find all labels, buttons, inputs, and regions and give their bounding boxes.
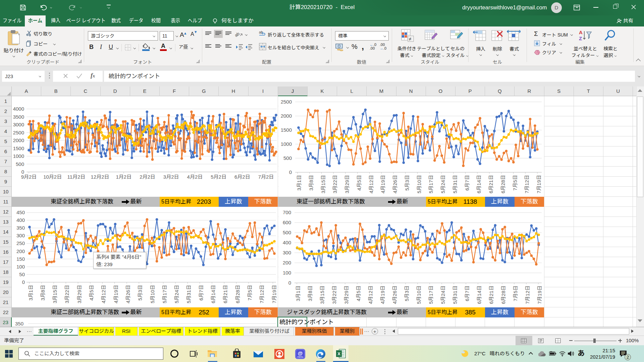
svg-text:3月1日: 3月1日 [28,285,34,301]
svg-text:≠: ≠ [409,36,412,42]
svg-text:0: 0 [22,279,25,285]
svg-text:3月29日: 3月29日 [76,285,82,303]
svg-text:3月22日: 3月22日 [332,175,338,193]
svg-text:4月12日: 4月12日 [368,286,373,304]
svg-text:7月19日: 7月19日 [271,285,277,303]
svg-text:5月24日: 5月24日 [440,175,446,193]
svg-text:1000: 1000 [281,141,292,147]
svg-text:7月12日: 7月12日 [525,286,530,304]
svg-text:6月14日: 6月14日 [210,285,216,303]
svg-text:100: 100 [16,264,25,269]
svg-text:450: 450 [16,209,25,215]
svg-text:ab: ab [235,31,240,38]
svg-text:4000: 4000 [13,106,24,112]
svg-text:5月31日: 5月31日 [452,175,458,193]
svg-text:6月14日: 6月14日 [476,175,482,193]
svg-text:200: 200 [16,248,25,254]
svg-text:5月17日: 5月17日 [428,175,434,193]
svg-text:4月12日: 4月12日 [368,175,374,193]
svg-text:6月28日: 6月28日 [500,286,506,304]
svg-text:A: A [579,29,583,35]
svg-text:400: 400 [16,217,25,223]
svg-text:6月14日: 6月14日 [476,286,482,304]
svg-text:5月10日: 5月10日 [416,175,422,193]
svg-text:400: 400 [283,240,291,245]
svg-text:4月19日: 4月19日 [380,286,385,304]
svg-text:5月31日: 5月31日 [186,285,192,303]
svg-text:3500: 3500 [13,114,24,120]
svg-text:5月2日: 5月2日 [211,174,226,180]
svg-text:500: 500 [283,155,292,161]
svg-text:5月10日: 5月10日 [150,285,155,303]
svg-text:7月5日: 7月5日 [512,175,518,191]
svg-text:100: 100 [283,270,291,276]
svg-text:4月26日: 4月26日 [125,285,131,303]
svg-text:3月15日: 3月15日 [52,285,58,303]
svg-text:3月8日: 3月8日 [40,285,46,301]
svg-text:3月1日: 3月1日 [296,175,302,191]
svg-text:3月29日: 3月29日 [344,175,350,193]
svg-text:2500: 2500 [281,99,292,105]
svg-text:4月2日: 4月2日 [187,174,203,180]
svg-text:5月17日: 5月17日 [428,286,434,304]
svg-text:1000: 1000 [13,153,24,159]
svg-text:6月7日: 6月7日 [464,175,470,191]
svg-text:5月3日: 5月3日 [404,286,410,301]
svg-text:2000: 2000 [281,113,292,119]
svg-text:9月2日: 9月2日 [21,174,37,180]
svg-text:6月21日: 6月21日 [222,285,228,303]
svg-text:X: X [337,351,340,356]
svg-text:500: 500 [283,230,291,235]
svg-text:3000: 3000 [13,122,24,127]
svg-text:700: 700 [283,209,291,215]
svg-text:6月28日: 6月28日 [500,175,506,193]
svg-text:1月2日: 1月2日 [116,174,131,180]
svg-text:7月12日: 7月12日 [524,175,530,193]
svg-text:5月3日: 5月3日 [137,285,143,301]
svg-text:menu: menu [297,356,303,358]
svg-text:7月5日: 7月5日 [513,286,518,301]
svg-text:5月24日: 5月24日 [440,286,446,304]
svg-text:10月2日: 10月2日 [43,174,62,180]
svg-text:7月2日: 7月2日 [258,174,274,180]
svg-text:3月8日: 3月8日 [307,286,313,301]
svg-text:50: 50 [19,272,25,277]
svg-text:600: 600 [283,220,291,225]
svg-text:3月15日: 3月15日 [319,286,325,304]
svg-text:6月21日: 6月21日 [488,175,494,193]
svg-text:7月19日: 7月19日 [536,175,542,193]
svg-text:3月8日: 3月8日 [308,175,314,191]
svg-text:2000: 2000 [13,137,24,143]
svg-text:2月2日: 2月2日 [140,174,155,180]
svg-text:300: 300 [16,233,25,238]
svg-text:5月10日: 5月10日 [416,286,422,304]
svg-text:4月5日: 4月5日 [356,175,362,191]
svg-text:4月19日: 4月19日 [113,285,119,303]
svg-text:11月2日: 11月2日 [67,174,85,180]
svg-text:0: 0 [288,280,291,286]
svg-text:6月2日: 6月2日 [234,174,250,180]
svg-text:3月29日: 3月29日 [343,286,349,304]
svg-text:12月2日: 12月2日 [91,174,109,180]
svg-text:500: 500 [16,161,24,167]
svg-text:3月2日: 3月2日 [163,174,179,180]
svg-text:4月5日: 4月5日 [89,285,94,301]
svg-text:3月22日: 3月22日 [64,285,70,303]
svg-text:5月31日: 5月31日 [452,286,458,304]
svg-text:4月26日: 4月26日 [392,175,398,193]
svg-text:350: 350 [16,225,25,231]
svg-text:150: 150 [16,256,25,262]
svg-text:@: @ [298,350,303,356]
svg-text:3月1日: 3月1日 [295,286,301,301]
svg-text:5月24日: 5月24日 [174,285,179,303]
svg-text:3月22日: 3月22日 [331,286,337,304]
svg-text:1500: 1500 [281,127,292,133]
svg-text:4月12日: 4月12日 [101,285,106,303]
svg-text:4月19日: 4月19日 [380,175,386,193]
svg-text:200: 200 [283,260,291,265]
svg-text:4月5日: 4月5日 [356,286,361,301]
svg-text:6月28日: 6月28日 [235,285,240,303]
svg-text:300: 300 [283,250,291,255]
svg-text:7月5日: 7月5日 [247,285,253,301]
svg-text:5月3日: 5月3日 [404,175,410,191]
